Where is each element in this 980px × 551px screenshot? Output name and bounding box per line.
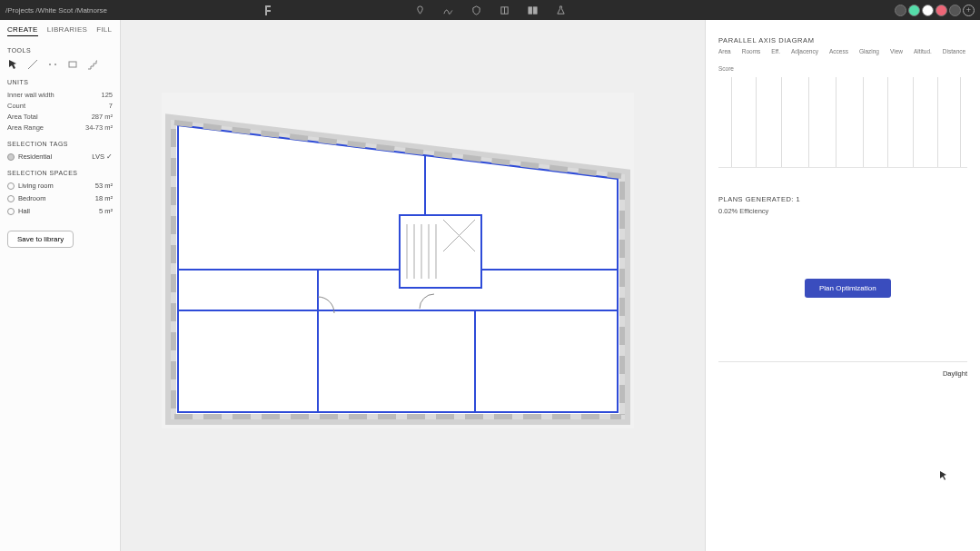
svg-point-5 xyxy=(49,64,51,65)
avatar[interactable] xyxy=(922,5,934,16)
space-dot-icon xyxy=(7,208,15,215)
draw-icon[interactable] xyxy=(443,5,453,15)
svg-rect-7 xyxy=(69,62,76,67)
tag-dot-icon xyxy=(7,153,15,161)
units-label: UNITS xyxy=(7,79,113,85)
tools-row xyxy=(7,59,113,70)
unit-row: Inner wall width125 xyxy=(7,91,113,99)
space-dot-icon xyxy=(7,195,15,202)
dots-icon[interactable] xyxy=(47,59,58,70)
app-logo-icon[interactable] xyxy=(263,5,272,15)
left-sidebar: CREATE LIBRARIES FILL TOOLS UNITS Inner … xyxy=(0,20,121,551)
stairs-icon[interactable] xyxy=(87,59,98,70)
right-panel: PARALLEL AXIS DIAGRAM AreaRoomsEff.Adjac… xyxy=(705,20,980,551)
tools-label: TOOLS xyxy=(7,47,113,54)
tab-create[interactable]: CREATE xyxy=(7,25,38,36)
cursor-pointer-icon xyxy=(939,471,948,480)
breadcrumb[interactable]: /Projects /White Scot /Matnorse xyxy=(5,6,107,15)
line-icon[interactable] xyxy=(27,59,38,70)
space-row[interactable]: Living room 53 m² xyxy=(7,182,113,190)
svg-rect-2 xyxy=(528,6,531,13)
axis-labels: AreaRoomsEff.AdjacencyAccessGlazingViewA… xyxy=(718,48,967,72)
tab-fill[interactable]: FILL xyxy=(96,25,112,36)
divider xyxy=(718,361,967,362)
selection-spaces-label: SELECTION SPACES xyxy=(7,170,113,176)
layer-icon[interactable] xyxy=(500,5,510,15)
space-row[interactable]: Hall 5 m² xyxy=(7,207,113,215)
columns-icon[interactable] xyxy=(528,5,538,15)
efficiency-value: 0.02% Efficiency xyxy=(718,207,967,215)
save-to-library-button[interactable]: Save to library xyxy=(7,231,74,248)
avatar-add[interactable]: + xyxy=(963,5,975,16)
shield-icon[interactable] xyxy=(471,5,481,15)
space-dot-icon xyxy=(7,182,15,190)
rectangle-icon[interactable] xyxy=(67,59,78,70)
flask-icon[interactable] xyxy=(556,5,566,15)
avatar[interactable] xyxy=(935,5,947,16)
unit-row: Count7 xyxy=(7,102,113,110)
parallel-axis-header: PARALLEL AXIS DIAGRAM xyxy=(718,36,967,44)
left-tabs: CREATE LIBRARIES FILL xyxy=(7,25,113,36)
plans-generated: PLANS GENERATED: 1 xyxy=(718,195,967,203)
svg-rect-3 xyxy=(533,6,537,13)
selection-tags-label: SELECTION TAGS xyxy=(7,141,113,147)
tag-row[interactable]: Residential LVS ✓ xyxy=(7,153,113,161)
avatar[interactable] xyxy=(895,5,906,16)
pointer-icon[interactable] xyxy=(7,59,18,70)
daylight-label[interactable]: Daylight xyxy=(718,369,967,378)
svg-line-4 xyxy=(28,60,37,69)
parallel-axis-chart[interactable] xyxy=(718,77,967,168)
space-row[interactable]: Bedroom 18 m² xyxy=(7,194,113,202)
tab-libraries[interactable]: LIBRARIES xyxy=(47,25,88,36)
mode-icons xyxy=(415,5,566,15)
plan-optimization-button[interactable]: Plan Optimization xyxy=(805,279,891,298)
floorplan[interactable] xyxy=(162,93,634,428)
avatar[interactable] xyxy=(949,5,961,16)
pin-icon[interactable] xyxy=(415,5,425,15)
canvas[interactable] xyxy=(121,20,705,551)
topbar: /Projects /White Scot /Matnorse + xyxy=(0,0,980,20)
avatar[interactable] xyxy=(908,5,920,16)
svg-point-6 xyxy=(54,64,56,65)
unit-row: Area Total287 m² xyxy=(7,113,113,121)
topbar-right: + xyxy=(895,5,975,16)
unit-row: Area Range34-73 m² xyxy=(7,123,113,132)
